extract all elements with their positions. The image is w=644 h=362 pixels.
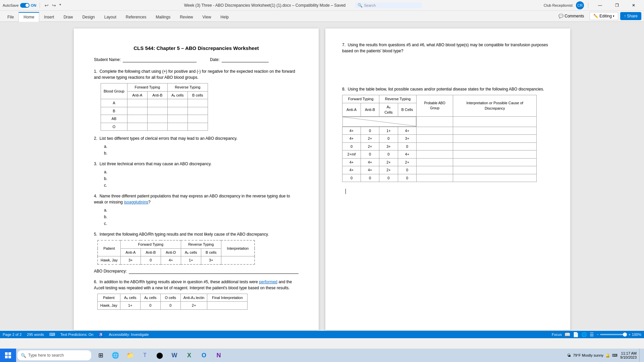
anti-a-header: Anti-A — [127, 91, 147, 99]
tab-insert[interactable]: Insert — [39, 13, 59, 21]
student-line: Student Name: Date: — [94, 57, 299, 62]
q7-text: Using the results from questions #5 and … — [342, 43, 548, 53]
excel-icon[interactable]: X — [182, 349, 196, 362]
question-2: 2. List two different types of clerical … — [94, 135, 299, 156]
tab-home[interactable]: Home — [18, 12, 39, 22]
taskbar-search[interactable]: 🔍 Type here to search — [17, 350, 91, 360]
outline-icon[interactable]: ☰ — [590, 332, 594, 337]
a1cells-header: A₁ cells — [120, 294, 140, 302]
svg-rect-1 — [5, 352, 8, 355]
a1cells-col: A₁ cells — [181, 248, 201, 256]
reverse-typing-header: Reverse Typing — [379, 95, 417, 103]
patient-header: Patient — [98, 240, 120, 256]
weather-info: 79°F Mostly sunny — [573, 353, 603, 357]
task-view-btn[interactable]: ⊞ — [94, 349, 107, 362]
autosave-status: ON — [31, 3, 37, 7]
ribbon-tabs: File Home Insert Draw Design Layout Refe… — [0, 11, 552, 21]
tab-layout[interactable]: Layout — [100, 13, 121, 21]
restore-btn[interactable]: ❐ — [609, 0, 625, 11]
tab-file[interactable]: File — [3, 13, 18, 21]
anti-b-col: Anti-B — [141, 248, 161, 256]
editing-btn[interactable]: ✏️ Editing ▾ — [590, 12, 618, 20]
q6-text: In addition to the ABO/Rh typing results… — [100, 280, 258, 284]
outlook-icon-2[interactable]: O — [197, 349, 211, 362]
page-title: CLS 544: Chapter 5 – ABO Discrepancies W… — [94, 45, 299, 51]
focus-btn[interactable]: Focus — [552, 333, 562, 337]
zoom-out-btn[interactable]: − — [597, 333, 599, 337]
student-name-field[interactable] — [123, 57, 197, 62]
anti-a-col: Anti-A — [120, 248, 141, 256]
keyboard-icon[interactable]: ⌨ — [612, 353, 618, 358]
word-icon[interactable]: W — [168, 349, 181, 362]
table-row: Hawk, Jay3+04+1+3+ — [98, 256, 255, 264]
user-avatar[interactable]: CR — [576, 1, 584, 9]
abo-disc-field[interactable] — [129, 268, 299, 274]
page-2: 7. Using the results from questions #5 a… — [325, 28, 570, 330]
statusbar-right: Focus 📖 📄 🌐 ☰ − + 100% — [552, 332, 641, 337]
titlebar-left: AutoSave ON ↩ ↪ ▾ — [0, 2, 65, 9]
teams-icon[interactable]: T — [138, 349, 152, 362]
anti-d-col: Anti-D — [161, 248, 181, 256]
question-1: 1. Complete the following chart using (+… — [94, 68, 299, 131]
forward-typing-header: Forward Typing — [342, 95, 379, 103]
comments-btn[interactable]: 💬 Comments — [555, 12, 588, 20]
tab-design[interactable]: Design — [77, 13, 99, 21]
read-mode-icon[interactable]: 📖 — [565, 332, 570, 337]
date-field[interactable] — [222, 57, 269, 62]
chevron-down-icon: ▾ — [613, 14, 614, 18]
share-icon: ↑ — [624, 14, 626, 18]
q4-item-c: c. — [104, 221, 299, 227]
performed-link[interactable]: performed — [259, 280, 277, 284]
zoom-level: 100% — [632, 333, 641, 337]
statusbar: Page 2 of 2 295 words ⌨ Text Predictions… — [0, 331, 644, 338]
tab-draw[interactable]: Draw — [59, 13, 77, 21]
ribbon-actions: 💬 Comments ✏️ Editing ▾ ↑ Share — [552, 11, 644, 21]
onenote-icon[interactable]: N — [212, 349, 225, 362]
zoom-slider[interactable] — [600, 334, 627, 335]
edge-icon[interactable]: 🌐 — [109, 349, 122, 362]
file-explorer-icon[interactable]: 📁 — [123, 349, 137, 362]
document-container[interactable]: CLS 544: Chapter 5 – ABO Discrepancies W… — [0, 22, 644, 331]
search-icon: 🔍 — [358, 3, 363, 8]
q4-item-a: a. — [104, 207, 299, 213]
tab-references[interactable]: References — [121, 13, 151, 21]
abo-disc-label: ABO Discrepancy: — [94, 268, 127, 274]
customize-btn[interactable]: ▾ — [58, 2, 62, 9]
notification-icon[interactable]: 🔔 — [605, 353, 610, 358]
chrome-icon[interactable]: ⬤ — [153, 349, 166, 362]
table-row: 4+01+4+ — [342, 127, 537, 135]
web-layout-icon[interactable]: 🌐 — [581, 332, 587, 337]
redo-btn[interactable]: ↪ — [51, 2, 57, 9]
start-button[interactable] — [0, 349, 16, 362]
tab-help[interactable]: Help — [216, 13, 233, 21]
clock[interactable]: 11:17 AM 9/10/2023 — [620, 351, 637, 359]
isoagglutinins-link[interactable]: isoagglutinins — [124, 200, 148, 204]
q3-item-c: c. — [104, 182, 299, 188]
print-layout-icon[interactable]: 📄 — [573, 332, 579, 337]
final-interp-header: Final Interpretation — [207, 294, 248, 302]
show-desktop-btn[interactable] — [639, 349, 641, 362]
close-btn[interactable]: ✕ — [626, 0, 641, 11]
share-btn[interactable]: ↑ Share — [620, 12, 641, 20]
minimize-btn[interactable]: — — [592, 0, 608, 11]
table-row: 4+2+03+ — [342, 135, 537, 143]
a1cells-sub: A₁ Cells — [379, 103, 398, 116]
interpretation-header: Interpretation — [221, 240, 255, 256]
table-row: 4+4+2+0 — [342, 166, 537, 174]
q7-answer-area[interactable] — [342, 56, 553, 73]
undo-btn[interactable]: ↩ — [43, 2, 50, 9]
blood-group-header: Blood Group — [101, 83, 127, 99]
tab-review[interactable]: Review — [175, 13, 198, 21]
zoom-control[interactable]: − + 100% — [597, 333, 641, 337]
svg-line-0 — [343, 117, 416, 127]
search-box[interactable]: 🔍 Search — [355, 2, 422, 8]
autosave-toggle[interactable]: ON — [20, 3, 37, 8]
tab-mailings[interactable]: Mailings — [151, 13, 175, 21]
question-4: 4. Name three different patient populati… — [94, 193, 299, 227]
q1-table: Blood Group Forward Typing Reverse Typin… — [101, 83, 208, 131]
question-8: 8. Using the table below, list possible … — [342, 86, 553, 182]
q5-text: Interpret the following ABO/Rh typing re… — [100, 232, 269, 237]
zoom-in-btn[interactable]: + — [628, 333, 630, 337]
tab-view[interactable]: View — [198, 13, 216, 21]
table-row: 4+4+2+2+ — [342, 158, 537, 166]
